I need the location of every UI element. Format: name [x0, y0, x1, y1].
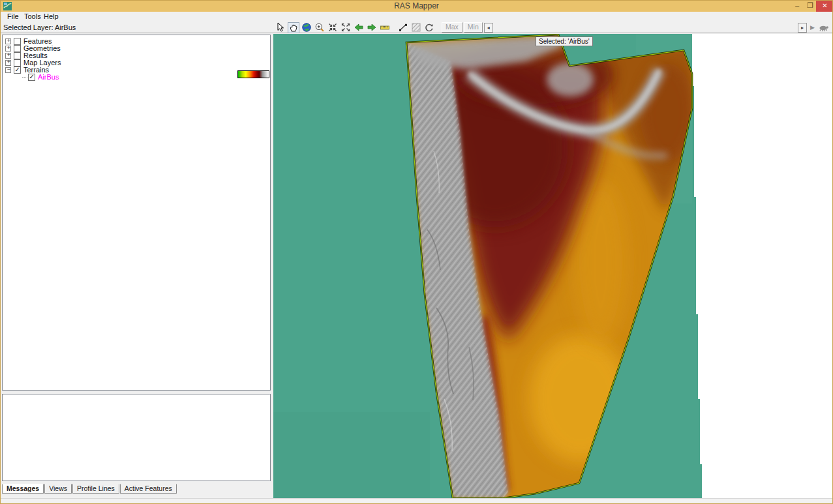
titlebar[interactable]: RAS Mapper – ❐ ✕: [1, 1, 832, 12]
tab-active-features[interactable]: Active Features: [120, 484, 177, 494]
tab-profile-lines[interactable]: Profile Lines: [72, 484, 119, 494]
previous-view-icon[interactable]: [353, 22, 365, 33]
full-extent-icon[interactable]: [340, 22, 352, 33]
turtle-icon[interactable]: [818, 23, 830, 32]
max-button[interactable]: Max: [442, 22, 462, 33]
collapse-icon[interactable]: [5, 67, 11, 73]
min-button[interactable]: Min: [464, 22, 483, 33]
layer-tree[interactable]: Features Geometries Results Map Layers T…: [2, 35, 271, 391]
map-selection-tooltip: Selected: 'AirBus': [536, 37, 593, 46]
tab-messages[interactable]: Messages: [2, 484, 44, 494]
menu-help[interactable]: Help: [41, 12, 61, 20]
terrain-map: [273, 34, 833, 498]
tree-item-features[interactable]: Features: [5, 37, 52, 44]
tree-item-geometries[interactable]: Geometries: [5, 44, 61, 51]
rotate-redraw-icon[interactable]: [423, 22, 435, 33]
menu-tools[interactable]: Tools: [22, 12, 44, 20]
animation-left-button[interactable]: ◂: [484, 23, 493, 33]
toolbar: Max Min ◂: [275, 22, 493, 33]
toolbar-overflow-button[interactable]: ▸: [798, 23, 807, 33]
pan-hand-icon[interactable]: [288, 22, 299, 33]
tab-views[interactable]: Views: [44, 484, 72, 494]
animation-controls: ▸ ▶: [798, 22, 830, 33]
menu-file[interactable]: File: [5, 12, 22, 20]
menubar: File Tools Help: [1, 12, 832, 22]
select-arrow-icon[interactable]: [275, 22, 286, 33]
next-view-icon[interactable]: [366, 22, 378, 33]
map-canvas[interactable]: [273, 34, 833, 498]
tree-item-airbus[interactable]: AirBus: [22, 72, 59, 80]
measure-ruler-icon[interactable]: [379, 22, 391, 33]
layer-panel: Features Geometries Results Map Layers T…: [1, 34, 273, 498]
zoom-window-in-icon[interactable]: [327, 22, 339, 33]
zoom-extents-globe-icon[interactable]: [301, 22, 312, 33]
window-title: RAS Mapper: [1, 1, 832, 10]
play-icon[interactable]: ▶: [810, 24, 815, 31]
tree-connector: [22, 77, 27, 78]
ras-mapper-window: RAS Mapper – ❐ ✕ File Tools Help Selecte…: [0, 0, 833, 504]
checkbox[interactable]: [14, 67, 21, 74]
tree-item-results[interactable]: Results: [5, 51, 48, 58]
checkbox[interactable]: [28, 74, 35, 81]
minimize-button[interactable]: –: [791, 1, 803, 12]
zoom-in-icon[interactable]: [314, 22, 326, 33]
tree-item-label: AirBus: [38, 73, 59, 81]
tree-item-terrains[interactable]: Terrains: [5, 65, 49, 72]
status-bar: [1, 498, 832, 504]
clip-region-hatched-icon[interactable]: [410, 22, 422, 33]
toolbar-row: Selected Layer: AirBus: [1, 22, 832, 33]
selected-layer-label: Selected Layer: AirBus: [3, 23, 76, 31]
bottom-tabs: MessagesViewsProfile LinesActive Feature…: [2, 482, 177, 492]
terrain-color-ramp-legend: [237, 70, 269, 78]
tree-item-map-layers[interactable]: Map Layers: [5, 58, 61, 65]
restore-button[interactable]: ❐: [804, 1, 816, 12]
messages-panel[interactable]: [2, 394, 271, 481]
profile-line-icon[interactable]: [397, 22, 409, 33]
close-button[interactable]: ✕: [816, 1, 833, 12]
